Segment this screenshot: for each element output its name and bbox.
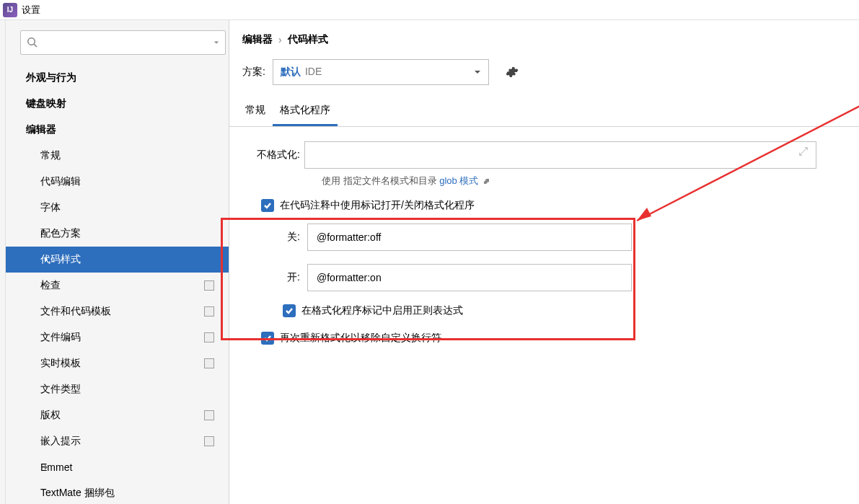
breadcrumb: 编辑器 › 代码样式: [229, 20, 859, 59]
settings-tree: 外观与行为键盘映射编辑器常规代码编辑字体配色方案代码样式检查文件和代码模板文件编…: [6, 61, 229, 504]
sidebar-item-14[interactable]: 嵌入提示: [6, 428, 229, 454]
chevron-right-icon: [42, 411, 50, 420]
expand-icon[interactable]: [798, 146, 811, 159]
tabs: 常规 格式化程序: [229, 98, 859, 127]
left-gutter[interactable]: [0, 20, 6, 504]
chevron-right-icon: [42, 229, 50, 238]
check-regex-label: 在格式化程序标记中启用正则表达式: [301, 304, 463, 317]
window-title: 设置: [22, 4, 40, 17]
app-icon: IJ: [3, 3, 17, 17]
sidebar-item-10[interactable]: 文件编码: [6, 324, 229, 350]
sidebar-item-2[interactable]: 编辑器: [6, 117, 229, 143]
sidebar-item-label: 文件类型: [40, 383, 81, 396]
search-input-wrap[interactable]: [20, 30, 226, 55]
search-input[interactable]: [41, 37, 213, 48]
project-badge-icon: [204, 410, 214, 420]
on-input[interactable]: [307, 264, 632, 291]
chevron-down-icon: [213, 40, 219, 45]
check-reformat-label: 再次重新格式化以移除自定义换行符: [280, 332, 441, 345]
sidebar-item-7[interactable]: 代码样式: [6, 247, 229, 273]
check-reformat-row[interactable]: 再次重新格式化以移除自定义换行符: [242, 332, 846, 345]
tab-formatter[interactable]: 格式化程序: [273, 98, 338, 126]
sidebar-item-label: 实时模板: [40, 357, 81, 370]
scheme-label: 方案:: [242, 66, 265, 79]
scheme-default: 默认: [281, 66, 301, 79]
content-area: 不格式化: 使用 指定文件名模式和目录 glob 模式 在代码注释中使用标记打开…: [229, 127, 859, 371]
sidebar-item-label: 代码编辑: [40, 175, 81, 188]
checkbox-checked-icon: [261, 332, 274, 345]
no-format-input[interactable]: [304, 141, 816, 169]
sidebar-item-0[interactable]: 外观与行为: [6, 65, 229, 91]
off-input[interactable]: [307, 224, 632, 251]
sidebar-item-3[interactable]: 常规: [6, 143, 229, 169]
chevron-right-icon: [42, 437, 50, 446]
sidebar-item-11[interactable]: 实时模板: [6, 350, 229, 376]
sidebar-item-8[interactable]: 检查: [6, 273, 229, 299]
sidebar-item-4[interactable]: 代码编辑: [6, 169, 229, 195]
search-icon: [27, 37, 38, 48]
sidebar-item-6[interactable]: 配色方案: [6, 221, 229, 247]
project-badge-icon: [204, 332, 214, 342]
chevron-right-icon: [42, 255, 50, 264]
main-panel: 编辑器 › 代码样式 方案: 默认 IDE 常规 格式化程序 不格式化:: [229, 20, 859, 504]
sidebar-item-label: 文件编码: [40, 331, 81, 344]
checkbox-checked-icon: [283, 304, 296, 317]
chevron-down-icon: [474, 67, 481, 78]
titlebar: IJ 设置: [0, 0, 859, 20]
chevron-right-icon: [42, 151, 50, 160]
sidebar-item-label: TextMate 捆绑包: [40, 487, 115, 500]
chevron-down-icon: [26, 125, 35, 134]
sidebar-item-1[interactable]: 键盘映射: [6, 91, 229, 117]
off-label: 关:: [271, 231, 300, 244]
scheme-ide: IDE: [305, 66, 322, 79]
chevron-right-icon: [42, 463, 50, 472]
hint-row: 使用 指定文件名模式和目录 glob 模式: [242, 174, 846, 187]
check-regex-row[interactable]: 在格式化程序标记中启用正则表达式: [242, 304, 846, 317]
glob-link[interactable]: glob 模式: [439, 175, 478, 186]
hint-prefix: 使用 指定文件名模式和目录: [322, 175, 437, 186]
sidebar-item-5[interactable]: 字体: [6, 195, 229, 221]
check-use-markers-row[interactable]: 在代码注释中使用标记打开/关闭格式化程序: [242, 199, 846, 212]
project-badge-icon: [204, 436, 214, 446]
sidebar-item-13[interactable]: 版权: [6, 402, 229, 428]
project-badge-icon: [204, 306, 214, 317]
tab-general[interactable]: 常规: [238, 98, 273, 126]
chevron-right-icon: [26, 74, 35, 82]
breadcrumb-code-style: 代码样式: [288, 33, 328, 46]
sidebar-item-label: 键盘映射: [26, 97, 66, 110]
sidebar-item-label: 检查: [40, 279, 61, 292]
sidebar-item-label: 文件和代码模板: [40, 305, 111, 318]
project-badge-icon: [204, 358, 214, 368]
external-link-icon: [481, 175, 490, 186]
check-use-markers-label: 在代码注释中使用标记打开/关闭格式化程序: [280, 199, 475, 212]
sidebar-item-label: 字体: [40, 201, 61, 214]
sidebar-item-9[interactable]: 文件和代码模板: [6, 299, 229, 324]
checkbox-checked-icon: [261, 199, 274, 212]
breadcrumb-editor: 编辑器: [242, 33, 273, 46]
scheme-select[interactable]: 默认 IDE: [273, 59, 489, 85]
breadcrumb-sep: ›: [278, 34, 282, 45]
sidebar-item-15[interactable]: Emmet: [6, 454, 229, 480]
sidebar-item-16[interactable]: TextMate 捆绑包: [6, 480, 229, 504]
gear-icon[interactable]: [503, 63, 521, 81]
sidebar-item-12[interactable]: 文件类型: [6, 376, 229, 402]
no-format-label: 不格式化:: [242, 149, 304, 162]
project-badge-icon: [204, 280, 214, 291]
on-label: 开:: [271, 271, 300, 284]
sidebar: 外观与行为键盘映射编辑器常规代码编辑字体配色方案代码样式检查文件和代码模板文件编…: [6, 20, 229, 504]
